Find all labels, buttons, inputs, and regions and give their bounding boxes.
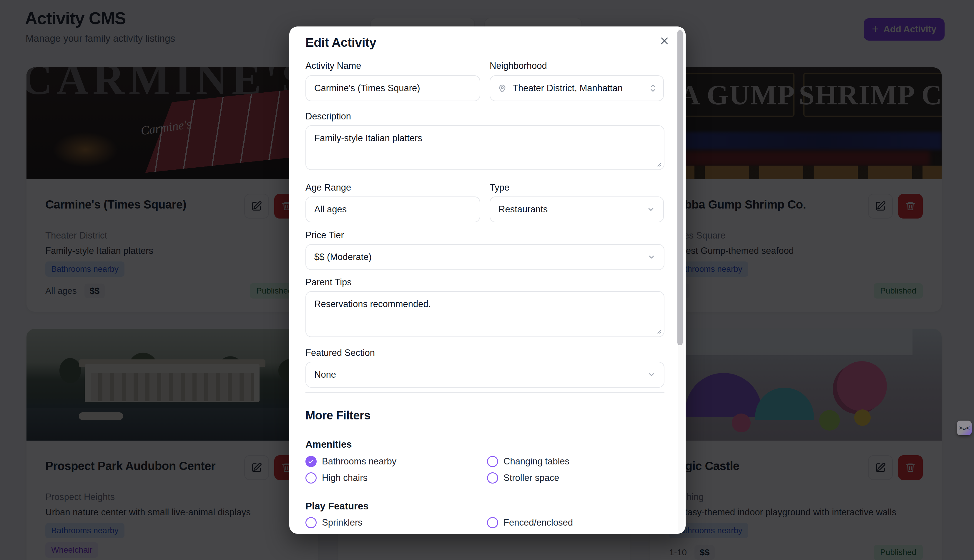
featured-section-value: None xyxy=(314,369,336,380)
age-range-value: All ages xyxy=(314,204,347,215)
modal-scrollbar-track[interactable] xyxy=(678,28,684,533)
neighborhood-value: Theater District, Manhattan xyxy=(513,83,623,93)
type-label: Type xyxy=(490,182,509,193)
modal-title: Edit Activity xyxy=(305,35,376,50)
play-option-fenced-enclosed[interactable]: Fenced/enclosed xyxy=(487,517,573,528)
amenity-option-high-chairs[interactable]: High chairs xyxy=(305,472,367,483)
close-icon xyxy=(659,36,669,46)
unchecked-circle-icon xyxy=(487,472,498,483)
type-select[interactable]: Restaurants xyxy=(490,197,664,222)
unchecked-circle-icon xyxy=(487,456,498,467)
activity-name-value: Carmine's (Times Square) xyxy=(314,83,420,93)
activity-name-input[interactable]: Carmine's (Times Square) xyxy=(305,75,480,101)
floating-helper-widget[interactable]: >ᴗ< xyxy=(957,421,972,435)
option-label: Bathrooms nearby xyxy=(322,456,396,467)
option-label: High chairs xyxy=(322,473,367,483)
kaomoji-face: >ᴗ< xyxy=(959,425,970,432)
option-label: Stroller space xyxy=(504,473,559,483)
activity-name-label: Activity Name xyxy=(305,61,361,71)
description-textarea[interactable]: Family-style Italian platters xyxy=(305,125,664,170)
play-features-heading: Play Features xyxy=(305,501,369,512)
amenities-heading: Amenities xyxy=(305,439,352,450)
chevron-up-down-icon xyxy=(649,83,657,93)
checked-circle-icon xyxy=(305,456,317,467)
featured-section-select[interactable]: None xyxy=(305,362,664,388)
price-tier-value: $$ (Moderate) xyxy=(314,252,372,262)
age-range-input[interactable]: All ages xyxy=(305,197,480,222)
description-label: Description xyxy=(305,111,351,122)
parent-tips-textarea[interactable]: Reservations recommended. xyxy=(305,291,664,337)
resize-handle-icon[interactable] xyxy=(655,328,662,334)
modal-scrollbar-thumb[interactable] xyxy=(677,30,683,345)
chevron-down-icon xyxy=(647,253,655,261)
type-value: Restaurants xyxy=(499,204,548,215)
age-range-label: Age Range xyxy=(305,182,351,193)
map-pin-icon xyxy=(497,83,507,93)
option-label: Sprinklers xyxy=(322,517,362,528)
unchecked-circle-icon xyxy=(305,517,317,528)
option-label: Fenced/enclosed xyxy=(504,517,573,528)
price-tier-select[interactable]: $$ (Moderate) xyxy=(305,244,664,270)
chevron-down-icon xyxy=(647,205,655,213)
edit-activity-modal: Edit Activity Activity Name Carmine's (T… xyxy=(289,27,685,534)
neighborhood-label: Neighborhood xyxy=(490,61,547,71)
play-option-sprinklers[interactable]: Sprinklers xyxy=(305,517,362,528)
amenity-option-stroller-space[interactable]: Stroller space xyxy=(487,472,559,483)
more-filters-heading: More Filters xyxy=(305,409,370,422)
neighborhood-select[interactable]: Theater District, Manhattan xyxy=(490,75,664,101)
featured-section-label: Featured Section xyxy=(305,348,375,358)
amenity-option-bathrooms-nearby[interactable]: Bathrooms nearby xyxy=(305,456,396,467)
close-button[interactable] xyxy=(657,34,672,48)
parent-tips-value: Reservations recommended. xyxy=(314,299,431,309)
resize-handle-icon[interactable] xyxy=(655,161,662,167)
parent-tips-label: Parent Tips xyxy=(305,277,352,288)
amenity-option-changing-tables[interactable]: Changing tables xyxy=(487,456,569,467)
unchecked-circle-icon xyxy=(487,517,498,528)
section-divider xyxy=(305,392,664,393)
chevron-down-icon xyxy=(647,371,655,379)
unchecked-circle-icon xyxy=(305,472,317,483)
option-label: Changing tables xyxy=(504,456,569,467)
description-value: Family-style Italian platters xyxy=(314,133,422,143)
price-tier-label: Price Tier xyxy=(305,230,344,241)
